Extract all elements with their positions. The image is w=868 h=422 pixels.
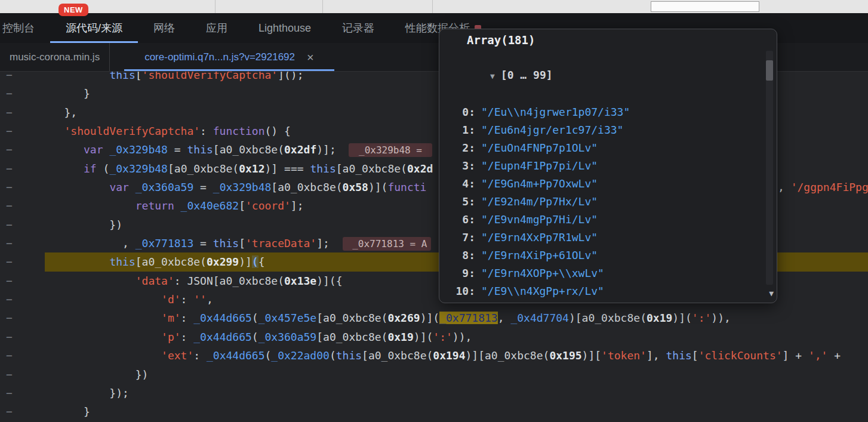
code-token: _0x329b48 = [349,143,432,157]
array-value: "/E9rn4XxPp7R1wLv" [481,231,598,244]
code-token: [a0_0xbc8e( [336,162,407,175]
devtools-tab-2[interactable]: 网络 [138,13,190,43]
array-item: 7:"/E9rn4XxPp7R1wLv" [439,229,777,247]
code-token: 0x2df [284,143,316,156]
breakpoint-gutter[interactable]: − [0,140,45,159]
code-token: _0x329b48 [213,181,272,193]
array-value: "/E9rn4XiPp+61OLv" [481,249,598,261]
code-token: 'd' [161,293,181,306]
code-token: _0x360a59 [136,181,194,193]
code-token: }, [45,106,77,119]
array-item: 4:"/E9Gn4m+Pp7OxwLv" [439,175,777,193]
close-icon[interactable]: × [307,51,314,63]
code-token: , [498,312,511,324]
tab-label: Lighthouse [258,13,311,43]
chevron-down-icon[interactable]: ▼ [490,72,495,81]
scroll-down-icon[interactable]: ▼ [769,289,774,298]
code-token [129,181,136,193]
code-token: [a0_0xbc8e( [316,331,387,343]
array-value: "/E92n4m/Pp7Hx/Lv" [481,195,598,208]
code-line-text: }); [45,387,129,399]
code-token [45,199,136,212]
code-token [45,143,84,156]
code-token: _0x22ad00 [271,349,330,362]
value-preview-popup: Array(181) ▼[0 … 99] 0:"/Eu\\n4jgrwer1p0… [439,29,777,303]
breakpoint-gutter[interactable]: − [0,122,45,140]
code-token: '/ggpn4FiPpg [791,181,868,193]
code-token: { [258,255,265,268]
array-index: 11: [439,300,475,303]
file-tab-0[interactable]: music-corona.min.js [0,43,110,71]
breakpoint-gutter[interactable]: − [0,178,45,196]
devtools-tab-5[interactable]: 记录器 [327,13,390,43]
file-tab-label: music-corona.min.js [10,51,100,63]
code-line[interactable]: − 'ext': _0x44d665(_0x22ad00(this[a0_0xb… [0,346,868,365]
array-index: 0: [439,103,475,121]
breakpoint-gutter[interactable]: − [0,215,45,234]
code-token: , [45,237,136,249]
code-line-text: return _0x40e682['coord']; [45,199,304,212]
array-index: 8: [439,247,475,264]
strip-divider [215,0,216,13]
devtools-tab-1[interactable]: 源代码/来源 [50,13,138,43]
code-line[interactable]: − 'p': _0x44d665(_0x360a59[a0_0xbc8e(0x1… [0,328,868,346]
code-token: ':' [433,331,453,343]
code-token: } [45,87,90,100]
devtools-tab-4[interactable]: Lighthouse [243,13,327,43]
code-token: }) [45,218,122,231]
devtools-window: NEW 控制台源代码/来源网络应用Lighthouse记录器性能数据分析 mus… [0,0,868,422]
tab-label: 应用 [206,13,227,43]
popup-scrollbar-thumb[interactable] [766,60,773,81]
breakpoint-gutter[interactable]: − [0,234,45,252]
breakpoint-gutter[interactable]: − [0,196,45,215]
code-token: 0x195 [549,349,581,362]
breakpoint-gutter[interactable]: − [0,384,45,402]
code-token: 0x299 [207,255,239,268]
devtools-tab-0[interactable]: 控制台 [0,13,50,43]
code-token: : [181,312,194,324]
highlighted-token[interactable]: _0x771813 [439,312,498,324]
code-token [174,199,181,212]
breakpoint-gutter[interactable]: − [0,309,45,327]
code-token: 'traceData' [245,237,316,249]
array-index: 7: [439,229,475,247]
code-token: [a0_0xbc8e( [168,162,239,175]
breakpoint-gutter[interactable]: − [0,84,45,103]
popup-scrollbar-track[interactable] [766,51,773,285]
breakpoint-gutter[interactable]: − [0,402,45,421]
code-token: function [213,125,265,137]
code-token: this [336,349,362,362]
devtools-tab-3[interactable]: 应用 [190,13,243,43]
code-token: + [827,349,841,362]
code-token: )]( [672,312,692,324]
code-token: 'data' [136,275,174,287]
code-token [45,331,161,343]
code-line[interactable]: − }); [0,384,868,402]
code-line[interactable]: − } [0,402,868,421]
array-item: 9:"/E9rn4XOPp+\\xwLv" [439,264,777,282]
code-token: : JSON[a0_0xbc8e( [174,275,284,287]
code-line-text: var _0x329b48 = this[a0_0xbc8e(0x2df)]; … [45,143,432,156]
breakpoint-gutter[interactable]: − [0,290,45,309]
code-token: var [109,181,129,193]
file-tab-label: core-optimi.q7n...n.js?v=2921692 [144,51,295,63]
breakpoint-gutter[interactable]: − [0,252,45,271]
array-value: "/E9\\n4i+Pp+ri/Lv" [481,303,604,303]
array-range-expander[interactable]: ▼[0 … 99] [439,48,777,103]
tab-label: 网络 [153,13,175,43]
breakpoint-gutter[interactable]: − [0,272,45,290]
code-line-text: 'd': '', [45,293,213,306]
code-line[interactable]: − 'm': _0x44d665(_0x457e5e[a0_0xbc8e(0x2… [0,309,868,327]
breakpoint-gutter[interactable]: − [0,328,45,346]
breakpoint-gutter[interactable]: − [0,346,45,365]
code-token: ]; [316,237,342,249]
code-token: : [193,349,207,362]
code-token: } [45,405,90,418]
code-line[interactable]: − }) [0,365,868,384]
breakpoint-gutter[interactable]: − [0,159,45,178]
file-tab-1[interactable]: core-optimi.q7n...n.js?v=2921692× [124,43,334,71]
breakpoint-gutter[interactable]: − [0,365,45,384]
code-token: )), [453,331,472,343]
breakpoint-gutter[interactable]: − [0,103,45,122]
code-token: 0x19 [647,312,672,324]
